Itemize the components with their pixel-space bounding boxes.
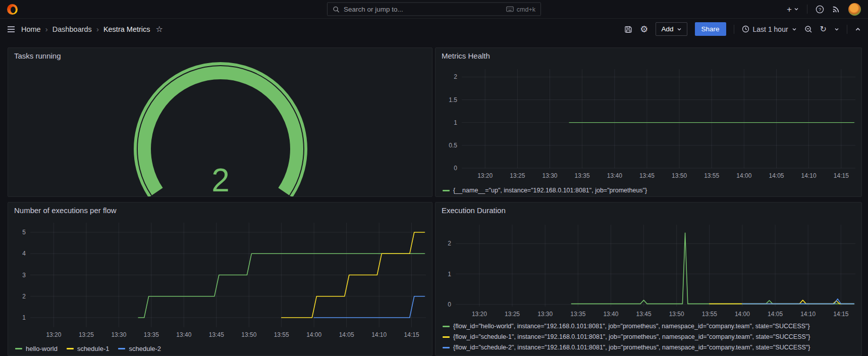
news-button[interactable] xyxy=(832,5,840,13)
svg-text:3: 3 xyxy=(22,272,26,279)
search-input[interactable]: Search or jump to... cmd+k xyxy=(327,3,541,16)
svg-text:13:55: 13:55 xyxy=(274,331,289,338)
legend-item[interactable]: schedule-2 xyxy=(118,345,161,352)
svg-text:14:10: 14:10 xyxy=(371,331,387,338)
svg-text:13:30: 13:30 xyxy=(537,311,553,318)
svg-text:?: ? xyxy=(819,6,821,12)
favorite-star-button[interactable]: ☆ xyxy=(156,24,163,34)
svg-text:14:05: 14:05 xyxy=(769,172,784,179)
search-icon xyxy=(333,6,340,13)
add-panel-button[interactable]: Add xyxy=(656,22,687,36)
svg-text:2: 2 xyxy=(454,73,457,80)
series-label: {flow_id="hello-world", instance="192.16… xyxy=(453,323,810,330)
chevron-down-icon xyxy=(834,27,839,32)
time-range-picker[interactable]: Last 1 hour xyxy=(742,25,797,33)
divider xyxy=(847,25,847,34)
svg-text:14:00: 14:00 xyxy=(736,172,751,179)
breadcrumb: Home › Dashboards › Kestra Metrics ☆ xyxy=(21,24,163,34)
legend-item[interactable]: hello-world xyxy=(15,345,58,352)
series-label: schedule-2 xyxy=(129,345,161,352)
svg-text:13:45: 13:45 xyxy=(639,172,655,179)
svg-text:14:15: 14:15 xyxy=(834,172,849,179)
breadcrumb-current: Kestra Metrics xyxy=(103,25,150,33)
legend-item[interactable]: {flow_id="schedule-1", instance="192.168… xyxy=(443,333,810,340)
svg-text:13:25: 13:25 xyxy=(505,311,520,318)
refresh-button[interactable]: ↻ xyxy=(820,25,827,33)
svg-text:13:40: 13:40 xyxy=(603,311,618,318)
series-color-chip xyxy=(15,348,22,349)
chevron-up-icon xyxy=(855,26,861,32)
search-placeholder: Search or jump to... xyxy=(344,6,403,13)
executions-chart: 13:2013:2513:3013:3513:4013:4513:5013:55… xyxy=(8,218,432,342)
svg-text:1: 1 xyxy=(22,314,26,321)
collapse-toolbar-button[interactable] xyxy=(855,26,861,32)
zoom-out-icon xyxy=(804,25,812,33)
panel-execution-duration: Execution Duration 13:2013:2513:3013:351… xyxy=(435,202,862,356)
chevron-down-icon xyxy=(677,27,682,32)
dashboard-settings-button[interactable]: ⚙ xyxy=(640,25,648,34)
svg-text:13:25: 13:25 xyxy=(510,172,525,179)
svg-text:14:15: 14:15 xyxy=(404,331,419,338)
refresh-interval-picker[interactable] xyxy=(834,27,839,32)
search-shortcut-label: cmd+k xyxy=(517,6,535,13)
svg-text:2: 2 xyxy=(22,293,26,300)
hamburger-icon xyxy=(7,26,15,33)
question-circle-icon: ? xyxy=(816,5,824,14)
gauge-value: 2 xyxy=(8,162,432,197)
save-dashboard-button[interactable] xyxy=(624,25,632,33)
share-button-label: Share xyxy=(701,25,720,33)
dashboard-grid: Tasks running 2 Metrics Health 13:2013:2… xyxy=(0,39,868,356)
panel-metrics-health: Metrics Health 13:2013:2513:3013:3513:40… xyxy=(435,47,862,197)
svg-text:13:30: 13:30 xyxy=(542,172,557,179)
grafana-app: Search or jump to... cmd+k + xyxy=(0,0,868,356)
svg-text:13:20: 13:20 xyxy=(472,311,487,318)
svg-text:0.5: 0.5 xyxy=(449,142,457,149)
svg-text:13:35: 13:35 xyxy=(575,172,590,179)
svg-text:13:35: 13:35 xyxy=(570,311,585,318)
divider xyxy=(734,25,734,34)
metrics-health-chart: 13:2013:2513:3013:3513:4013:4513:5013:55… xyxy=(436,63,861,183)
breadcrumb-dashboards[interactable]: Dashboards xyxy=(52,25,92,33)
help-button[interactable]: ? xyxy=(816,5,824,14)
svg-text:13:40: 13:40 xyxy=(176,331,191,338)
legend-item[interactable]: {flow_id="schedule-2", instance="192.168… xyxy=(443,344,810,351)
legend-item[interactable]: {flow_id="hello-world", instance="192.16… xyxy=(443,323,810,330)
grafana-logo-icon[interactable] xyxy=(7,4,18,15)
divider xyxy=(807,5,807,14)
new-menu-button[interactable]: + xyxy=(787,5,799,14)
series-label: {flow_id="schedule-1", instance="192.168… xyxy=(453,333,810,340)
share-button[interactable]: Share xyxy=(695,22,726,36)
top-bar: Search or jump to... cmd+k + xyxy=(0,0,868,19)
add-button-label: Add xyxy=(661,25,673,33)
svg-text:0: 0 xyxy=(454,165,457,172)
svg-text:13:35: 13:35 xyxy=(144,331,159,338)
svg-text:5: 5 xyxy=(22,229,26,236)
svg-text:13:45: 13:45 xyxy=(209,331,224,338)
svg-text:14:05: 14:05 xyxy=(768,311,783,318)
zoom-out-button[interactable] xyxy=(804,25,812,33)
svg-text:0: 0 xyxy=(448,301,451,308)
clock-icon xyxy=(742,25,749,33)
svg-text:13:55: 13:55 xyxy=(704,172,719,179)
chevron-right-icon: › xyxy=(45,25,48,33)
rss-icon xyxy=(832,5,840,13)
panel-title: Execution Duration xyxy=(436,202,861,218)
svg-text:13:20: 13:20 xyxy=(46,331,61,338)
series-color-chip xyxy=(443,190,450,191)
series-label: schedule-1 xyxy=(77,345,110,352)
series-label: {flow_id="schedule-2", instance="192.168… xyxy=(453,344,810,351)
save-icon xyxy=(624,25,632,33)
svg-text:13:50: 13:50 xyxy=(672,172,687,179)
duration-chart: 13:2013:2513:3013:3513:4013:4513:5013:55… xyxy=(436,218,861,321)
mega-menu-toggle-button[interactable] xyxy=(7,26,15,33)
user-avatar[interactable] xyxy=(848,3,861,16)
panel-title: Metrics Health xyxy=(436,48,861,63)
legend-item[interactable]: schedule-1 xyxy=(67,345,110,352)
svg-text:14:10: 14:10 xyxy=(800,311,816,318)
gauge: 2 xyxy=(8,48,432,196)
svg-text:13:30: 13:30 xyxy=(111,331,126,338)
legend-item[interactable]: {__name__="up", instance="192.168.0.101:… xyxy=(443,187,647,194)
svg-text:1: 1 xyxy=(454,119,457,126)
breadcrumb-home[interactable]: Home xyxy=(21,25,41,33)
series-color-chip xyxy=(443,326,450,327)
